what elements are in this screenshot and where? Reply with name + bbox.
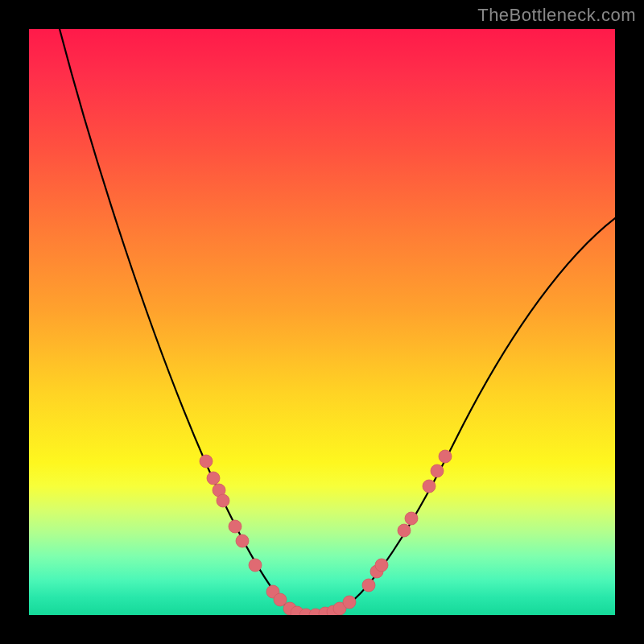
data-point [236, 535, 249, 547]
data-point [431, 464, 444, 477]
data-point [343, 596, 356, 609]
right-curve [312, 218, 615, 615]
data-point [439, 450, 452, 463]
chart-overlay [29, 29, 615, 615]
data-point [249, 559, 262, 572]
data-point [207, 472, 220, 485]
data-point [375, 559, 388, 572]
data-point [229, 520, 242, 533]
watermark-text: TheBottleneck.com [477, 5, 636, 26]
data-point [217, 494, 229, 507]
plot-area [29, 29, 615, 615]
data-point [398, 524, 411, 537]
chart-frame: TheBottleneck.com [0, 0, 644, 644]
data-point [362, 579, 375, 592]
data-point [423, 480, 436, 493]
left-curve [60, 29, 312, 615]
data-point [405, 512, 418, 525]
data-point [200, 455, 213, 468]
data-points [200, 450, 452, 615]
